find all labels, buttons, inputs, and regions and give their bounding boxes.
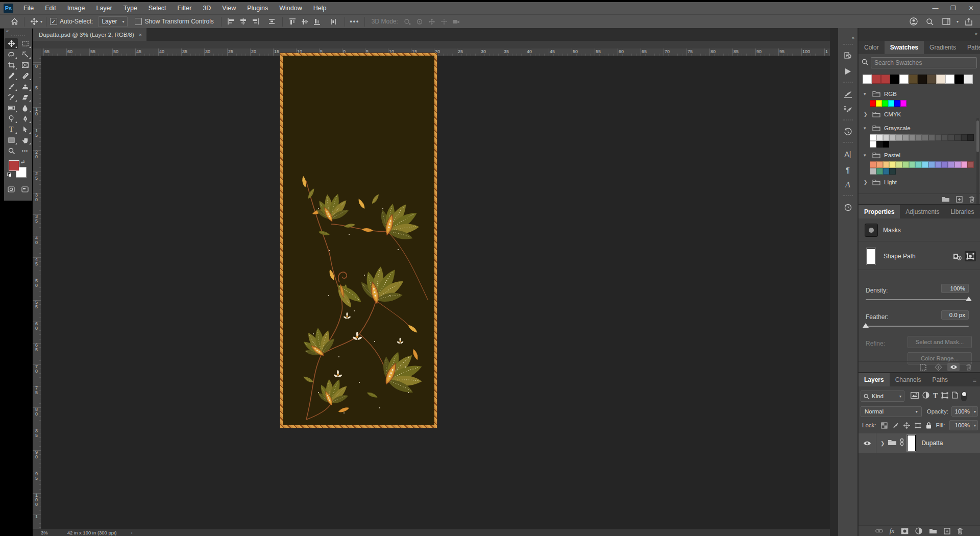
move-tool-icon[interactable]: [28, 16, 40, 27]
dock-expand-icon[interactable]: »: [975, 31, 977, 36]
new-layer-icon[interactable]: [944, 528, 950, 534]
search-swatches-input[interactable]: Search Swatches: [871, 57, 977, 68]
gradient-tool[interactable]: [5, 103, 18, 113]
swatch[interactable]: [882, 100, 888, 107]
swatch[interactable]: [967, 161, 974, 168]
lock-transparency-icon[interactable]: [881, 422, 888, 429]
brushes-panel-icon[interactable]: [838, 102, 857, 117]
chevron-right-icon[interactable]: ❯: [864, 112, 869, 117]
restore-button[interactable]: ❐: [944, 2, 962, 14]
new-group-icon[interactable]: [929, 528, 937, 534]
filter-pixel-layers-icon[interactable]: [911, 392, 919, 401]
vertical-ruler[interactable]: 0510152025303540455055606570758085909510…: [33, 56, 41, 529]
default-colors-icon[interactable]: [7, 173, 12, 177]
new-adjustment-layer-icon[interactable]: [915, 527, 922, 534]
marquee-tool[interactable]: [18, 38, 32, 49]
swatch[interactable]: [883, 141, 890, 148]
new-swatch-icon[interactable]: [956, 196, 963, 203]
layer-style-fx-icon[interactable]: fx: [890, 527, 894, 535]
swatch[interactable]: [936, 75, 945, 84]
ruler-corner[interactable]: [33, 48, 41, 56]
dodge-tool[interactable]: [5, 113, 18, 124]
path-select-tool[interactable]: [18, 124, 32, 135]
mask-link-icon[interactable]: [900, 438, 904, 448]
feather-value[interactable]: 0.0 px: [941, 310, 969, 320]
swatch[interactable]: [899, 75, 909, 84]
history-brush-tool[interactable]: [5, 92, 18, 103]
zoom-level-field[interactable]: 3%: [41, 530, 48, 535]
actions-panel-icon[interactable]: [838, 64, 857, 79]
chevron-down-icon[interactable]: ▾: [864, 91, 869, 96]
menu-type[interactable]: Type: [118, 5, 143, 12]
swatch[interactable]: [876, 161, 883, 168]
eyedropper-tool[interactable]: [5, 70, 18, 81]
edit-toolbar-icon[interactable]: •••: [18, 145, 32, 156]
swatch[interactable]: [876, 100, 882, 107]
menu-3d[interactable]: 3D: [197, 5, 216, 12]
swatch[interactable]: [894, 100, 900, 107]
menu-edit[interactable]: Edit: [39, 5, 62, 12]
healing-brush-tool[interactable]: [18, 70, 32, 81]
toolbar-collapse-icon[interactable]: «: [6, 29, 9, 34]
share-icon[interactable]: [963, 16, 975, 27]
lasso-tool[interactable]: [5, 49, 18, 60]
distribute-h-icon[interactable]: [266, 16, 278, 27]
filter-kind-dropdown[interactable]: Kind ▾: [861, 391, 904, 402]
swatch[interactable]: [941, 134, 948, 141]
layer-name[interactable]: Dupatta: [921, 440, 943, 447]
group-expand-chevron[interactable]: ❯: [880, 441, 885, 446]
chevron-down-icon[interactable]: ▾: [864, 126, 869, 131]
menu-help[interactable]: Help: [308, 5, 332, 12]
chevron-down-icon[interactable]: ▾: [864, 153, 869, 158]
frame-tool[interactable]: [18, 60, 32, 70]
delete-layer-icon[interactable]: [957, 528, 963, 534]
swatch[interactable]: [872, 75, 881, 84]
density-slider-thumb[interactable]: [966, 297, 972, 301]
filter-smart-objects-icon[interactable]: [952, 392, 958, 401]
swatch[interactable]: [941, 161, 948, 168]
opacity-field[interactable]: 100%▾: [951, 406, 978, 417]
swatch[interactable]: [889, 134, 896, 141]
swatch[interactable]: [902, 161, 909, 168]
brush-settings-panel-icon[interactable]: [838, 86, 857, 102]
lock-artboard-icon[interactable]: [915, 422, 921, 429]
swatch[interactable]: [928, 134, 935, 141]
swatch-group-pastel[interactable]: ▾Pastel: [859, 149, 976, 161]
tab-layers[interactable]: Layers: [859, 373, 890, 386]
canvas[interactable]: [283, 56, 434, 425]
new-group-icon[interactable]: [942, 196, 950, 202]
swatch[interactable]: [902, 134, 909, 141]
photoshop-logo[interactable]: Ps: [4, 4, 13, 13]
swatch-group-grayscale[interactable]: ▾Grayscale: [859, 122, 976, 134]
more-options-icon[interactable]: •••: [349, 16, 361, 27]
character-panel-icon[interactable]: A|: [838, 147, 857, 162]
workspace-icon[interactable]: [940, 16, 952, 27]
chevron-right-icon[interactable]: ❯: [864, 180, 869, 185]
magic-wand-tool[interactable]: [18, 49, 32, 60]
align-top-icon[interactable]: [286, 16, 299, 27]
swatch[interactable]: [900, 100, 906, 107]
crop-tool[interactable]: [5, 60, 18, 70]
tab-color[interactable]: Color: [859, 41, 885, 54]
eraser-tool[interactable]: [18, 92, 32, 103]
glyphs-panel-icon[interactable]: A: [838, 177, 857, 192]
feather-slider[interactable]: [866, 326, 969, 327]
swatch[interactable]: [870, 100, 876, 107]
swap-colors-icon[interactable]: ⇄: [21, 159, 25, 164]
menu-filter[interactable]: Filter: [172, 5, 198, 12]
layer-filter-toggle[interactable]: [961, 392, 967, 401]
blend-mode-dropdown[interactable]: Normal▾: [861, 406, 922, 417]
filter-shape-layers-icon[interactable]: [941, 392, 948, 401]
swatch[interactable]: [896, 134, 902, 141]
tab-libraries[interactable]: Libraries: [945, 205, 979, 218]
mask-visibility-eye-icon[interactable]: [947, 363, 960, 371]
auto-select-checkbox[interactable]: ✓: [50, 18, 57, 25]
swatch[interactable]: [883, 134, 890, 141]
swatch-group-light[interactable]: ❯Light: [859, 176, 976, 188]
tab-channels[interactable]: Channels: [890, 373, 927, 386]
layer-mask-thumbnail[interactable]: [907, 435, 916, 451]
lock-position-icon[interactable]: [903, 422, 910, 429]
layer-visibility-eye-icon[interactable]: [859, 433, 876, 453]
swatch[interactable]: [909, 161, 916, 168]
close-button[interactable]: ✕: [962, 2, 980, 14]
